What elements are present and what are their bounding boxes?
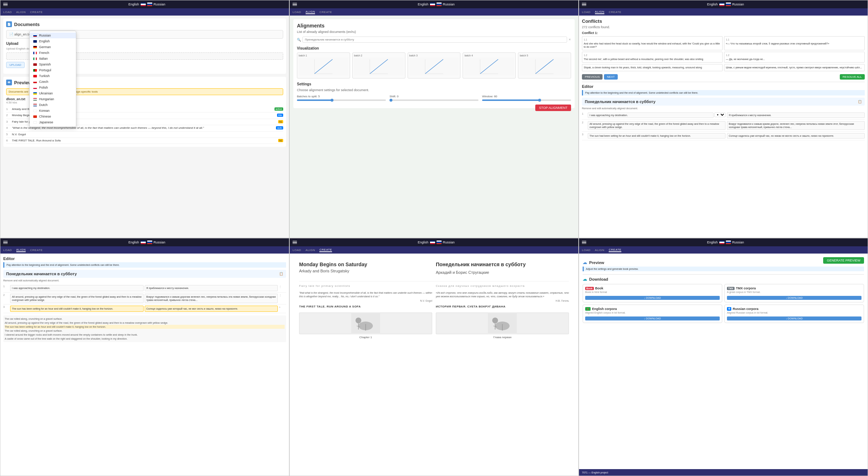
sentence-cell-en-3: The sun has been setting for an hour and… [10,306,144,312]
hamburger-icon[interactable] [3,3,8,6]
nav-align[interactable]: ALIGN [16,10,26,14]
topbar-5: English Russian [290,238,578,246]
nav-load-5[interactable]: LOAD [293,248,301,252]
prev-button[interactable]: PREVIOUS [582,74,603,80]
nav-create-4[interactable]: CREATE [30,248,43,252]
editor-row-3: 3 The sun had been setting for an hour a… [582,132,865,140]
nav-create-2[interactable]: CREATE [319,10,332,14]
lang-ru-3: Russian [732,3,744,6]
flag-french [33,52,37,54]
nav-create-6[interactable]: CREATE [609,248,621,252]
copy-icon-bl[interactable]: 📋 [279,272,283,276]
download-tmx-button[interactable]: ↓ DOWNLOAD [727,296,861,300]
download-en-button[interactable]: ↓ DOWNLOAD [585,316,720,320]
dropdown-item-russian[interactable]: Russian [30,33,76,38]
nav-align-3[interactable]: ALIGN [595,10,605,14]
list-item: 5 N.V. Gogol [6,132,283,138]
topbar-3: English Russian [579,0,868,8]
dropdown-item-hungarian[interactable]: Hungarian [30,96,76,102]
dropdown-item-english[interactable]: English [30,38,76,44]
conflict-cell-en-3: Shpak, a clever-looking man in his years… [582,64,723,71]
viz-card-2: batch 2 [352,52,405,78]
row-action-2[interactable]: ⋮ [279,294,286,297]
nav-load-4[interactable]: LOAD [3,248,12,252]
dropdown-item-spanish[interactable]: Spanish [30,61,76,67]
row-action-3[interactable]: + [279,306,286,309]
generate-preview-button[interactable]: GENERATE PREVIEW [823,257,864,264]
dropdown-item-portugul[interactable]: Portugul [30,67,76,73]
flag-czech [33,81,37,83]
hamburger-icon-4[interactable] [3,241,8,244]
viz-chart-2 [354,58,404,76]
hamburger-icon-2[interactable] [293,3,297,6]
nav-load[interactable]: LOAD [3,10,12,14]
dropdown-item-polish[interactable]: Polish [30,85,76,90]
preview-section-generate: ☁ Preview Adjust the settings and genera… [583,260,864,271]
download-card-tmx: TMX TMX corpora A great corpus in TMX fo… [724,284,864,302]
sentence-cell-en-1: I was approaching my destination. [10,285,144,291]
viz-chart-1 [299,58,348,76]
auto-hint-bl: Remove and edit automatically aligned do… [3,279,286,282]
nav-create-3[interactable]: CREATE [609,10,621,14]
flag-ru [147,3,152,6]
illustration-en [299,313,432,334]
en-badge: 🔺 [585,307,591,311]
editor-cell-ru-3: Солнце садилось уже который час, но ника… [727,133,865,139]
nav-align-2[interactable]: ALIGN [306,10,315,14]
copy-icon[interactable]: 📋 [858,100,862,103]
chapter-num-en: Chapter 1 [299,336,432,339]
nav-load-6[interactable]: LOAD [582,248,591,252]
editor-title-bl: Editor [3,256,286,261]
documents-title: 📄 Documents [6,21,283,27]
dropdown-item-korean[interactable]: Korean [30,108,76,114]
window-track[interactable] [482,99,571,101]
viz-section: Visualization batch 1 ba [297,46,571,78]
window-slider: Window: 60 [482,95,571,101]
dropdown-item-german[interactable]: German [30,44,76,50]
dropdown-item-czech[interactable]: Czech [30,79,76,85]
hamburger-icon-5[interactable] [293,241,297,244]
dropdown-item-dutch[interactable]: Dutch [30,102,76,108]
nav-load-3[interactable]: LOAD [582,10,591,14]
dropdown-item-french[interactable]: French [30,50,76,56]
shift-track[interactable] [390,99,478,101]
dropdown-item-japanese[interactable]: Japanese [30,119,76,125]
row-select-1[interactable]: ▼ [714,112,726,117]
unaligned-section: The car rolled along, crunching on a gra… [3,315,286,342]
dropdown-item-turkish[interactable]: Turkish [30,73,76,79]
hamburger-icon-6[interactable] [582,241,586,244]
navbar-3: LOAD ALIGN CREATE [579,8,868,16]
batch-track[interactable] [297,99,386,101]
clear-search[interactable]: ✕ [569,38,571,41]
editor-cell-en-2: All around, pressing up against the very… [588,121,726,130]
nav-load-2[interactable]: LOAD [293,10,301,14]
nav-create-5[interactable]: CREATE [319,248,332,252]
upload-button[interactable]: UPLOAD [6,62,25,68]
screen-editor: English Russian LOAD ALIGN CREATE Editor… [0,238,289,476]
hamburger-icon-3[interactable] [582,3,586,6]
illustration-svg-en [351,313,380,333]
row-action-1[interactable]: ⋮ [279,285,286,288]
download-ru-button[interactable]: ↓ DOWNLOAD [727,316,861,320]
flag-german [33,46,37,48]
conflict-cell-ru-2: 1.2 — Да, не молчание да-тогда не... [724,52,865,63]
dropdown-item-italian[interactable]: Italian [30,56,76,61]
nav-create[interactable]: CREATE [30,10,43,14]
svg-point-21 [356,318,361,323]
book-badge: Book [585,287,594,290]
nav-align-5[interactable]: ALIGN [306,248,315,252]
stop-alignment-button[interactable]: STOP ALIGNMENT [535,105,571,111]
book-author-en: Arkady and Boris Strugatsky [299,269,432,273]
nav-align-4[interactable]: ALIGN [16,248,26,252]
resolve-all-button[interactable]: RESOLVE ALL [840,74,865,80]
dropdown-item-chinese[interactable]: Chinese [30,114,76,119]
subtitle-en: Fairy tale for primary scientists [299,284,432,288]
nav-align-6[interactable]: ALIGN [595,248,605,252]
next-button[interactable]: NEXT [604,74,617,80]
editor-section: Editor Pay attention to the beginning an… [582,84,865,140]
dropdown-item-ukrainian[interactable]: Ukrainian [30,90,76,96]
search-input[interactable] [302,37,567,43]
download-book-button[interactable]: ↓ DOWNLOAD [585,296,720,300]
editor-title: Editor [582,84,865,89]
conflict-cell-ru-3: Шпак, с умным видом немолодой мужчина, п… [724,64,865,71]
